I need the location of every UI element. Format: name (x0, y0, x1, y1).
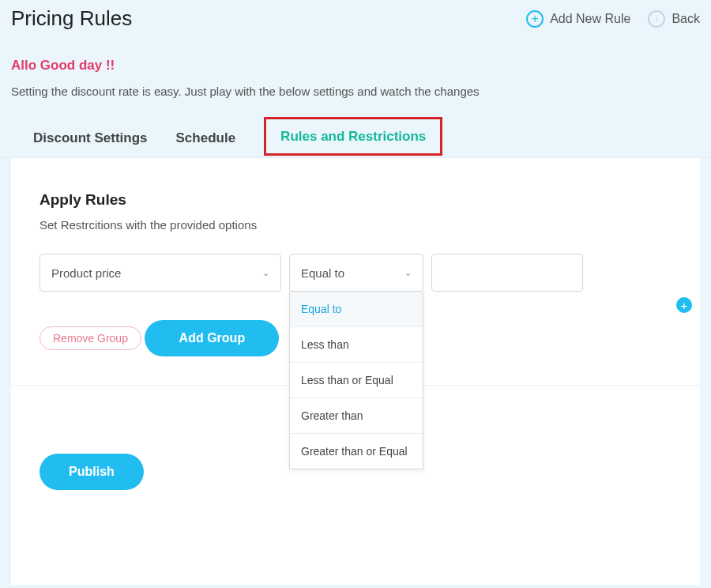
header-actions: + Add New Rule ‹ Back (526, 10, 700, 28)
dropdown-option-less-than[interactable]: Less than (290, 327, 423, 363)
tabs: Discount Settings Schedule Rules and Res… (0, 119, 711, 158)
dropdown-option-greater-than-or-equal[interactable]: Greater than or Equal (290, 434, 423, 469)
dropdown-option-less-than-or-equal[interactable]: Less than or Equal (290, 363, 423, 398)
back-button[interactable]: ‹ Back (648, 10, 700, 28)
add-group-button[interactable]: Add Group (145, 320, 279, 356)
add-new-rule-label: Add New Rule (550, 12, 630, 26)
rule-row: Product price ⌄ Equal to ⌄ Equal to Less… (40, 254, 672, 292)
chevron-down-icon: ⌄ (404, 268, 412, 278)
page-header: Pricing Rules + Add New Rule ‹ Back (0, 0, 711, 36)
chevron-left-icon: ‹ (648, 10, 665, 28)
section-title: Apply Rules (40, 191, 672, 209)
chevron-down-icon: ⌄ (262, 268, 269, 278)
remove-group-button[interactable]: Remove Group (40, 326, 141, 350)
tab-schedule[interactable]: Schedule (176, 119, 236, 157)
rule-operator-value: Equal to (301, 266, 344, 280)
dropdown-option-equal-to[interactable]: Equal to (290, 292, 423, 327)
plus-circle-icon: + (526, 10, 544, 28)
tab-rules-and-restrictions[interactable]: Rules and Restrictions (264, 117, 442, 156)
dropdown-option-greater-than[interactable]: Greater than (290, 398, 423, 434)
rule-operator-dropdown: Equal to Less than Less than or Equal Gr… (289, 292, 423, 469)
add-rule-icon-button[interactable]: + (676, 297, 692, 313)
back-label: Back (672, 12, 700, 26)
greeting-text: Allo Good day !! (0, 36, 711, 74)
section-subtitle: Set Restrcitions with the provided optio… (40, 218, 672, 232)
page-title: Pricing Rules (11, 6, 132, 31)
rule-value-input[interactable] (431, 254, 583, 292)
add-new-rule-button[interactable]: + Add New Rule (526, 10, 630, 28)
tab-discount-settings[interactable]: Discount Settings (33, 119, 148, 157)
rule-field-select[interactable]: Product price ⌄ (40, 254, 281, 292)
publish-button[interactable]: Publish (40, 454, 144, 490)
rule-operator-wrap: Equal to ⌄ Equal to Less than Less than … (289, 254, 423, 292)
plus-icon: + (681, 300, 688, 311)
subtitle-text: Setting the discount rate is easy. Just … (0, 74, 711, 119)
rules-panel: Apply Rules Set Restrcitions with the pr… (11, 158, 700, 585)
rule-operator-select[interactable]: Equal to ⌄ (289, 254, 423, 292)
rule-field-value: Product price (51, 266, 121, 280)
